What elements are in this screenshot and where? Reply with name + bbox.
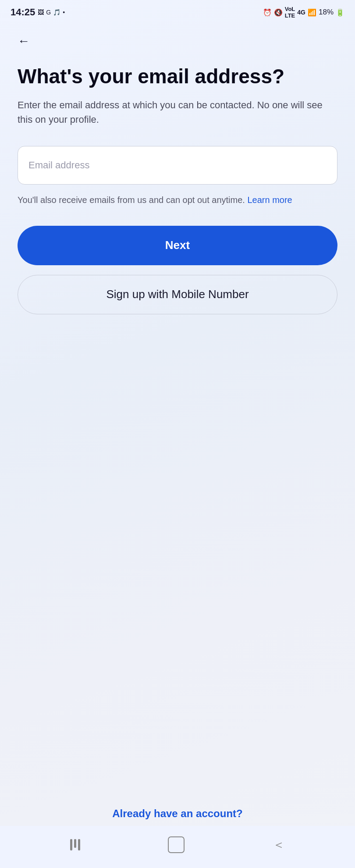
- helper-text-content: You'll also receive emails from us and c…: [18, 195, 247, 205]
- status-left: 14:25 🖼 G 🎵 •: [11, 7, 65, 18]
- dot-icon: •: [63, 9, 65, 16]
- nav-home-icon: [168, 836, 185, 853]
- nav-back-icon: ＜: [273, 836, 285, 853]
- network-4g-icon: 4G: [297, 9, 305, 16]
- nav-bar: ＜: [0, 826, 355, 868]
- back-button[interactable]: ←: [18, 32, 37, 51]
- mute-icon: 🔇: [274, 8, 283, 17]
- status-icons: 🖼 G 🎵 •: [38, 9, 65, 16]
- main-content: ← What's your email address? Enter the e…: [0, 23, 355, 868]
- back-arrow-icon: ←: [18, 35, 30, 47]
- already-account-link[interactable]: Already have an account?: [112, 808, 242, 820]
- volte-label: VoLLTE: [285, 6, 295, 19]
- battery-icon: 🔋: [336, 8, 344, 17]
- nav-menu-button[interactable]: [70, 839, 80, 850]
- next-button[interactable]: Next: [18, 226, 337, 265]
- email-input[interactable]: [18, 146, 337, 185]
- mobile-signup-button[interactable]: Sign up with Mobile Number: [18, 275, 337, 314]
- google-icon: G: [46, 9, 51, 16]
- page-title: What's your email address?: [18, 65, 337, 88]
- learn-more-link[interactable]: Learn more: [247, 195, 292, 205]
- nav-menu-icon: [70, 839, 80, 850]
- status-right: ⏰ 🔇 VoLLTE 4G 📶 18% 🔋: [263, 6, 344, 19]
- nav-back-button[interactable]: ＜: [273, 836, 285, 853]
- email-input-container: [18, 146, 337, 185]
- signal-icon: 📶: [308, 8, 316, 17]
- nav-home-button[interactable]: [168, 836, 185, 853]
- page-subtitle: Enter the email address at which you can…: [18, 98, 337, 127]
- alarm-icon: ⏰: [263, 8, 272, 17]
- status-bar: 14:25 🖼 G 🎵 • ⏰ 🔇 VoLLTE 4G 📶 18% 🔋: [0, 0, 355, 23]
- spotify-icon: 🎵: [53, 9, 60, 16]
- photo-icon: 🖼: [38, 9, 44, 16]
- battery-percent: 18%: [319, 8, 334, 17]
- bottom-section: Already have an account?: [0, 808, 355, 820]
- helper-text: You'll also receive emails from us and c…: [18, 193, 337, 206]
- status-time: 14:25: [11, 7, 35, 18]
